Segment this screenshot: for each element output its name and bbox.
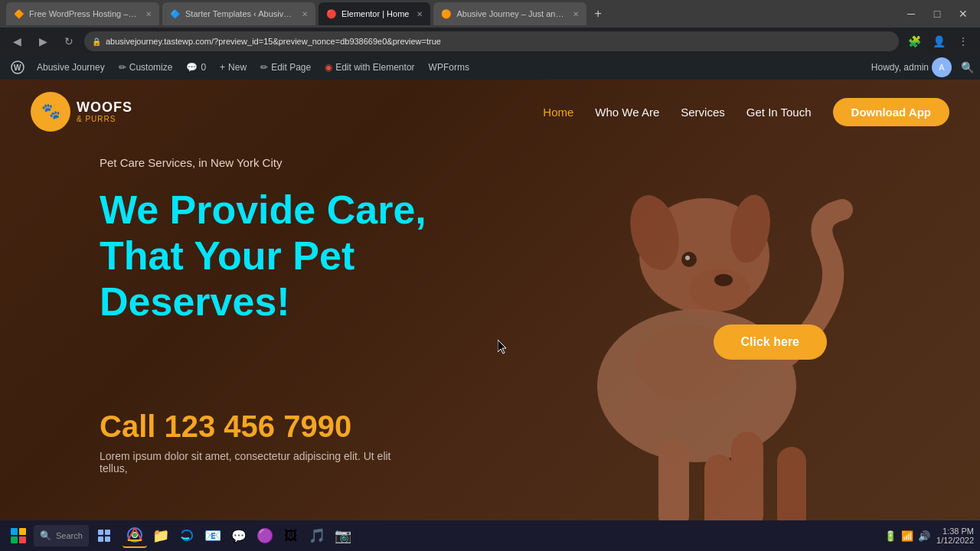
tab-4[interactable]: 🟠 Abusive Journey – Just another W… ✕ — [433, 2, 586, 25]
tab-1[interactable]: 🔶 Free WordPress Hosting – Taste… ✕ — [6, 2, 159, 25]
forward-button[interactable]: ▶ — [32, 31, 54, 52]
back-button[interactable]: ◀ — [6, 31, 28, 52]
svg-text:W: W — [14, 64, 21, 72]
svg-point-23 — [132, 533, 137, 537]
admin-bar-elementor[interactable]: ◉ Edit with Elementor — [318, 55, 420, 80]
svg-rect-10 — [658, 439, 689, 520]
wp-logo-icon: W — [11, 60, 24, 74]
nav-who-we-are[interactable]: Who We Are — [595, 106, 659, 119]
svg-rect-12 — [731, 432, 763, 520]
settings-icon[interactable]: ⋮ — [952, 31, 974, 52]
admin-avatar[interactable]: A — [932, 57, 952, 77]
search-icon: 🔍 — [40, 530, 51, 541]
phone-number: Call 123 456 7990 — [100, 409, 421, 444]
tab-1-close[interactable]: ✕ — [145, 10, 152, 18]
nav-get-in-touch[interactable]: Get In Touch — [746, 106, 812, 119]
wifi-icon: 📶 — [901, 530, 913, 542]
website-content: 🐾 WOOFS & PURRS Home Who We Are Services… — [0, 80, 980, 520]
site-logo[interactable]: 🐾 WOOFS & PURRS — [31, 92, 132, 132]
tab-4-close[interactable]: ✕ — [573, 10, 579, 18]
admin-bar-wpforms[interactable]: WPForms — [423, 55, 475, 80]
browser-window: 🔶 Free WordPress Hosting – Taste… ✕ 🔷 St… — [0, 0, 980, 55]
wp-logo-item[interactable]: W — [6, 55, 29, 80]
taskbar-app-chrome[interactable] — [122, 523, 147, 548]
svg-rect-20 — [105, 536, 110, 542]
svg-rect-11 — [704, 455, 733, 520]
taskbar-app-mail[interactable]: 📧 — [201, 523, 225, 548]
admin-bar-site-name[interactable]: Abusive Journey — [31, 55, 111, 80]
admin-bar-right: Howdy, admin A 🔍 — [871, 57, 974, 77]
maximize-button[interactable]: □ — [926, 3, 948, 24]
admin-bar-customize[interactable]: ✏ Customize — [113, 55, 179, 80]
taskbar-app-whatsapp[interactable]: 💬 — [227, 523, 251, 548]
hero-section: 🐾 WOOFS & PURRS Home Who We Are Services… — [0, 80, 980, 520]
taskbar-app-teams[interactable]: 🟣 — [253, 523, 277, 548]
hero-bottom: Call 123 456 7990 Lorem ipsum dolor sit … — [100, 409, 421, 474]
profile-icon[interactable]: 👤 — [928, 31, 949, 52]
svg-point-9 — [714, 274, 733, 286]
site-nav: Home Who We Are Services Get In Touch Do… — [543, 98, 949, 126]
system-tray: 🔋 📶 🔊 1:38 PM 1/12/2022 — [884, 527, 974, 545]
new-tab-button[interactable]: + — [590, 7, 606, 21]
svg-text:🐾: 🐾 — [41, 102, 60, 120]
tab-2[interactable]: 🔷 Starter Templates ‹ Abusive Jour… ✕ — [162, 2, 315, 25]
admin-search-icon[interactable]: 🔍 — [961, 61, 974, 73]
minimize-button[interactable]: ─ — [900, 3, 922, 24]
admin-bar-comments[interactable]: 💬 0 — [180, 55, 212, 80]
site-header: 🐾 WOOFS & PURRS Home Who We Are Services… — [0, 80, 980, 144]
admin-bar-new[interactable]: + New — [214, 55, 253, 80]
hero-title: We Provide Care, That Your Pet Deserves! — [100, 187, 426, 324]
tab-3-close[interactable]: ✕ — [416, 10, 423, 18]
taskbar-app-photos[interactable]: 🖼 — [279, 523, 303, 548]
svg-rect-13 — [777, 447, 806, 520]
admin-bar-edit-page[interactable]: ✏ Edit Page — [254, 55, 317, 80]
volume-icon: 🔊 — [918, 530, 930, 542]
taskbar-app-camera[interactable]: 📷 — [331, 523, 355, 548]
tab-3[interactable]: 🔴 Elementor | Home ✕ — [318, 2, 430, 25]
windows-icon — [11, 528, 26, 543]
hero-content: Pet Care Services, in New York City We P… — [100, 156, 426, 324]
address-bar[interactable]: 🔒 abusivejourney.tastewp.com/?preview_id… — [84, 31, 899, 51]
svg-rect-19 — [98, 536, 103, 542]
hero-subtitle: Pet Care Services, in New York City — [100, 156, 426, 169]
logo-icon: 🐾 — [31, 92, 70, 132]
svg-rect-17 — [98, 530, 103, 535]
nav-home[interactable]: Home — [543, 106, 573, 119]
taskbar-app-music[interactable]: 🎵 — [305, 523, 329, 548]
taskbar-app-edge[interactable] — [175, 523, 199, 548]
taskbar: 🔍 Search 📁 📧 — [0, 520, 980, 551]
nav-services[interactable]: Services — [681, 106, 725, 119]
tab-bar: 🔶 Free WordPress Hosting – Taste… ✕ 🔷 St… — [0, 0, 980, 28]
taskbar-search[interactable]: 🔍 Search — [34, 525, 89, 546]
download-app-button[interactable]: Download App — [833, 98, 949, 126]
taskbar-app-file-explorer[interactable]: 📁 — [149, 523, 173, 548]
start-button[interactable] — [6, 523, 31, 548]
lorem-text: Lorem ipsum dolor sit amet, consectetur … — [100, 450, 421, 474]
close-button[interactable]: ✕ — [952, 3, 974, 24]
svg-rect-18 — [105, 530, 110, 535]
extensions-icon[interactable]: 🧩 — [903, 31, 925, 52]
datetime-display[interactable]: 1:38 PM 1/12/2022 — [936, 527, 974, 545]
dog-image — [505, 80, 888, 520]
battery-icon: 🔋 — [884, 530, 897, 542]
browser-nav-bar: ◀ ▶ ↻ 🔒 abusivejourney.tastewp.com/?prev… — [0, 28, 980, 55]
wp-admin-bar: W Abusive Journey ✏ Customize 💬 0 + New … — [0, 55, 980, 80]
reload-button[interactable]: ↻ — [58, 31, 80, 52]
logo-text: WOOFS & PURRS — [77, 100, 132, 124]
svg-point-8 — [685, 256, 690, 260]
task-view-button[interactable] — [92, 523, 116, 548]
tab-2-close[interactable]: ✕ — [302, 10, 308, 18]
taskbar-apps: 📁 📧 💬 🟣 🖼 🎵 📷 — [122, 523, 355, 548]
system-icons: 🔋 📶 🔊 — [884, 530, 930, 542]
click-here-button[interactable]: Click here — [714, 324, 827, 360]
lock-icon: 🔒 — [92, 37, 101, 46]
